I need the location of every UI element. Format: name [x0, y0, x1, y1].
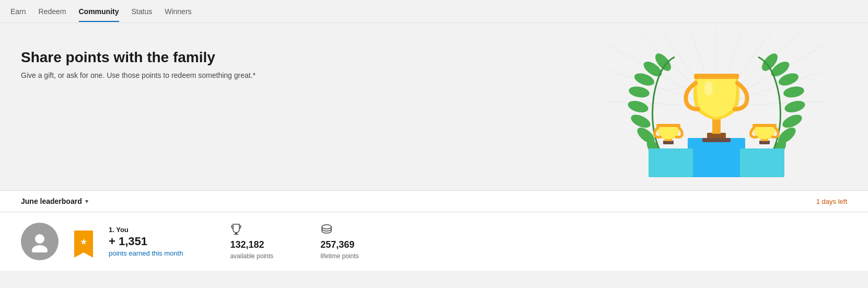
svg-point-16: [627, 99, 650, 114]
svg-rect-30: [649, 148, 693, 177]
svg-rect-31: [740, 148, 784, 177]
lifetime-points-label: lifetime points: [320, 252, 358, 260]
hero-section: Share points with the family Give a gift…: [0, 23, 868, 190]
svg-point-43: [35, 234, 44, 244]
hero-title: Share points with the family: [21, 49, 334, 66]
chevron-down-icon: ▾: [85, 198, 88, 205]
svg-point-25: [783, 85, 805, 99]
user-points-block: 1. You + 1,351 points earned this month: [109, 226, 183, 257]
lifetime-points-value: 257,369: [320, 239, 354, 250]
user-points-value: + 1,351: [109, 235, 183, 248]
available-points-block: 132,182 available points: [230, 223, 273, 260]
svg-rect-29: [688, 138, 745, 177]
rank-badge: ★: [74, 231, 93, 252]
trophy-illustration: [607, 28, 826, 185]
svg-point-35: [704, 81, 713, 96]
nav-status[interactable]: Status: [132, 1, 153, 22]
avatar: [21, 223, 59, 260]
svg-rect-40: [759, 141, 770, 144]
svg-point-17: [628, 85, 651, 99]
trophy-small-icon: [230, 223, 242, 237]
svg-rect-37: [663, 141, 674, 144]
nav-community[interactable]: Community: [79, 1, 119, 22]
leaderboard-title[interactable]: June leaderboard ▾: [21, 197, 88, 205]
user-row: ★ 1. You + 1,351 points earned this mont…: [0, 212, 868, 271]
coins-icon: [320, 223, 333, 237]
available-points-label: available points: [230, 252, 273, 260]
lifetime-points-block: 257,369 lifetime points: [320, 223, 358, 260]
leaderboard-bar: June leaderboard ▾ 1 days left: [0, 190, 868, 212]
badge-star-icon: ★: [80, 237, 87, 247]
available-points-value: 132,182: [230, 239, 264, 250]
nav-bar: Earn Redeem Community Status Winners: [0, 0, 868, 23]
user-rank-name: 1. You: [109, 226, 183, 234]
svg-point-44: [32, 245, 48, 252]
nav-earn[interactable]: Earn: [10, 1, 26, 22]
svg-point-47: [322, 225, 331, 229]
days-left-badge: 1 days left: [816, 198, 847, 205]
hero-subtitle: Give a gift, or ask for one. Use those p…: [21, 71, 334, 79]
user-points-label: points earned this month: [109, 249, 183, 257]
svg-rect-45: [235, 233, 237, 234]
nav-winners[interactable]: Winners: [165, 1, 191, 22]
svg-rect-36: [694, 74, 739, 79]
person-icon: [29, 231, 51, 252]
svg-rect-39: [656, 124, 680, 127]
svg-rect-46: [234, 234, 239, 235]
svg-rect-42: [753, 124, 777, 127]
nav-redeem[interactable]: Redeem: [39, 1, 66, 22]
svg-point-24: [783, 99, 806, 114]
svg-rect-33: [702, 138, 731, 142]
leaderboard-title-text: June leaderboard: [21, 197, 82, 205]
